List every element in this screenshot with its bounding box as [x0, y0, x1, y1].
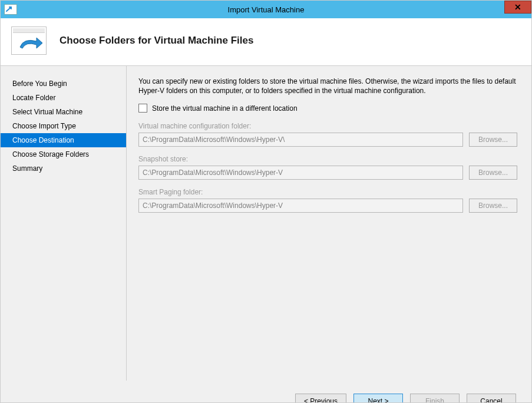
cancel-button[interactable]: Cancel — [467, 394, 516, 403]
sidebar-step-choose-import-type[interactable]: Choose Import Type — [1, 119, 126, 133]
smart-paging-browse-button: Browse... — [469, 199, 517, 213]
sidebar-step-before-you-begin[interactable]: Before You Begin — [1, 77, 126, 91]
config-folder-group: Virtual machine configuration folder: Br… — [138, 122, 517, 147]
snapshot-store-input — [138, 166, 463, 180]
window-system-icon — [4, 4, 17, 15]
wizard-footer: < Previous Next > Finish Cancel — [1, 387, 531, 403]
sidebar-step-select-virtual-machine[interactable]: Select Virtual Machine — [1, 105, 126, 119]
smart-paging-group: Smart Paging folder: Browse... — [138, 188, 517, 213]
smart-paging-label: Smart Paging folder: — [138, 188, 517, 196]
sidebar-step-choose-destination[interactable]: Choose Destination — [1, 133, 126, 147]
intro-text: You can specify new or existing folders … — [138, 77, 517, 95]
store-different-location-checkbox[interactable] — [138, 104, 147, 113]
wizard-content: You can specify new or existing folders … — [127, 66, 531, 387]
config-folder-input — [138, 133, 463, 147]
page-title: Choose Folders for Virtual Machine Files — [60, 35, 253, 47]
store-different-location-label: Store the virtual machine in a different… — [152, 104, 298, 113]
finish-button: Finish — [410, 394, 460, 403]
sidebar-step-summary[interactable]: Summary — [1, 161, 126, 176]
wizard-header: Choose Folders for Virtual Machine Files — [1, 18, 531, 66]
config-folder-browse-button: Browse... — [469, 133, 517, 147]
snapshot-store-label: Snapshot store: — [138, 155, 517, 163]
config-folder-label: Virtual machine configuration folder: — [138, 122, 517, 130]
wizard-header-icon — [11, 27, 47, 55]
wizard-steps-sidebar: Before You Begin Locate Folder Select Vi… — [1, 66, 127, 381]
store-different-location-row: Store the virtual machine in a different… — [138, 104, 517, 113]
wizard-body: Before You Begin Locate Folder Select Vi… — [1, 66, 531, 387]
next-button[interactable]: Next > — [353, 394, 403, 403]
close-icon: ✕ — [514, 2, 521, 12]
sidebar-step-choose-storage-folders[interactable]: Choose Storage Folders — [1, 147, 126, 161]
snapshot-store-browse-button: Browse... — [469, 166, 517, 180]
window-title: Import Virtual Machine — [1, 5, 531, 14]
smart-paging-input — [138, 199, 463, 213]
titlebar: Import Virtual Machine ✕ — [1, 1, 531, 18]
sidebar-step-locate-folder[interactable]: Locate Folder — [1, 91, 126, 105]
close-button[interactable]: ✕ — [504, 1, 531, 14]
snapshot-store-group: Snapshot store: Browse... — [138, 155, 517, 180]
previous-button[interactable]: < Previous — [295, 394, 346, 403]
